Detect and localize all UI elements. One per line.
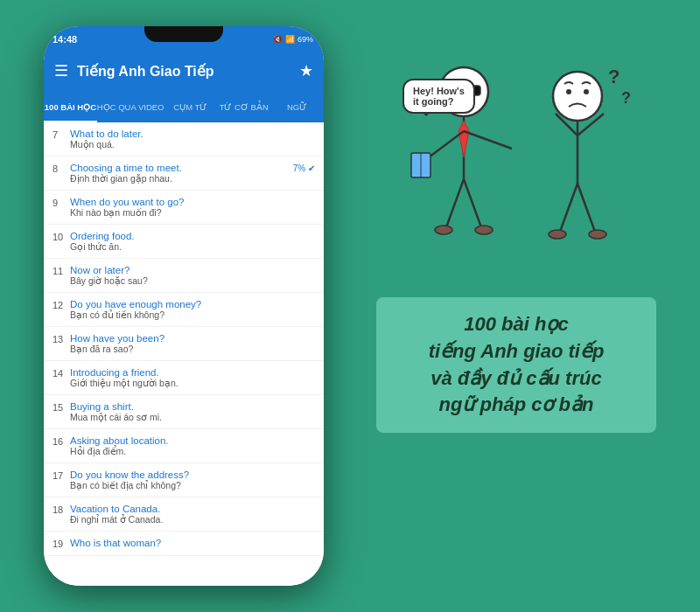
lesson-content: Introducing a friend. Giới thiệu một ngư…	[70, 367, 315, 388]
list-item[interactable]: 18 Vacation to Canada. Đi nghỉ mát ở Can…	[44, 497, 324, 532]
lesson-title: Asking about location.	[70, 435, 315, 446]
svg-line-20	[560, 184, 578, 232]
lesson-subtitle: Bây giờ hoặc sau?	[70, 275, 315, 286]
list-item[interactable]: 15 Buying a shirt. Mua một cái áo sơ mi.	[44, 395, 324, 429]
list-item[interactable]: 12 Do you have enough money? Bạn có đủ t…	[44, 293, 324, 327]
lesson-num: 11	[52, 265, 70, 276]
list-item[interactable]: 19 Who is that woman?	[44, 532, 324, 556]
app-bar: ☰ Tiếng Anh Giao Tiếp ★	[44, 51, 324, 91]
lesson-num: 17	[52, 469, 70, 481]
lesson-content: Now or later? Bây giờ hoặc sau?	[70, 265, 315, 286]
hamburger-icon[interactable]: ☰	[54, 61, 68, 80]
svg-point-14	[553, 72, 602, 121]
illustration-image: Hey! How's it going?	[376, 26, 656, 289]
caption-line4: ngữ pháp cơ bản	[439, 393, 594, 415]
speech-bubble: Hey! How's it going?	[402, 79, 475, 114]
lesson-num: 18	[52, 504, 70, 515]
list-item[interactable]: 13 How have you been? Bạn đã ra sao?	[44, 327, 324, 361]
lesson-content: Vacation to Canada. Đi nghỉ mát ở Canada…	[70, 504, 315, 525]
svg-point-16	[584, 89, 589, 94]
lesson-subtitle: Gọi thức ăn.	[70, 241, 315, 252]
list-item[interactable]: 10 Ordering food. Gọi thức ăn.	[44, 225, 324, 259]
phone: 14:48 🔇 📶 69% ☰ Tiếng Anh Giao Tiếp ★ 10…	[44, 26, 324, 586]
svg-point-15	[566, 89, 571, 94]
svg-point-23	[589, 230, 606, 239]
lesson-num: 10	[52, 231, 70, 242]
lesson-num: 12	[52, 299, 70, 310]
tab-ngu[interactable]: NGỮ	[270, 91, 324, 122]
lesson-content: What to do later. Muộn quá.	[70, 129, 315, 150]
list-item[interactable]: 8 Choosing a time to meet. Định thời gia…	[44, 156, 324, 191]
lesson-subtitle: Giới thiệu một người bạn.	[70, 378, 315, 388]
list-item[interactable]: 14 Introducing a friend. Giới thiệu một …	[44, 361, 324, 395]
lesson-subtitle: Bạn có biết địa chỉ không?	[70, 480, 315, 490]
lesson-title: Do you have enough money?	[70, 299, 315, 309]
lesson-num: 16	[52, 435, 70, 447]
tab-100-bai-hoc[interactable]: 100 BÀI HỌC	[44, 91, 97, 122]
list-item[interactable]: 16 Asking about location. Hỏi địa điểm.	[44, 429, 324, 463]
list-item[interactable]: 17 Do you know the address? Bạn có biết …	[44, 463, 324, 497]
lesson-title: When do you want to go?	[70, 197, 315, 207]
lesson-content: How have you been? Bạn đã ra sao?	[70, 333, 315, 354]
app-bar-title: Tiếng Anh Giao Tiếp	[77, 63, 290, 80]
illustration-panel: Hey! How's it going?	[359, 26, 674, 586]
battery-icon: 69%	[298, 35, 313, 44]
lesson-title: Buying a shirt.	[70, 401, 315, 412]
svg-marker-5	[458, 121, 469, 157]
lesson-subtitle: Bạn đã ra sao?	[70, 344, 315, 354]
lesson-num: 19	[52, 538, 70, 549]
svg-line-6	[429, 131, 464, 157]
lesson-title: What to do later.	[70, 129, 315, 139]
svg-text:?: ?	[621, 89, 631, 107]
svg-line-7	[464, 131, 512, 149]
lesson-num: 13	[52, 333, 70, 344]
scene: 14:48 🔇 📶 69% ☰ Tiếng Anh Giao Tiếp ★ 10…	[0, 0, 700, 612]
lesson-content: Asking about location. Hỏi địa điểm.	[70, 435, 315, 456]
svg-point-22	[549, 230, 566, 239]
lesson-subtitle: Khi nào bạn muốn đi?	[70, 207, 315, 218]
lesson-subtitle: Mua một cái áo sơ mi.	[70, 412, 315, 422]
lesson-subtitle: Định thời gian gặp nhau.	[70, 173, 293, 184]
svg-text:?: ?	[608, 66, 620, 87]
lesson-title: Ordering food.	[70, 231, 315, 241]
stick-figures-svg: ? ?	[385, 44, 648, 271]
status-time: 14:48	[52, 34, 77, 45]
lesson-title: How have you been?	[70, 333, 315, 344]
svg-line-10	[446, 179, 464, 227]
list-item[interactable]: 11 Now or later? Bây giờ hoặc sau?	[44, 259, 324, 293]
list-item[interactable]: 7 What to do later. Muộn quá.	[44, 122, 324, 156]
star-icon[interactable]: ★	[299, 61, 313, 80]
wifi-icon: 📶	[285, 35, 295, 44]
svg-line-11	[464, 179, 481, 227]
lesson-progress: 7% ✔	[293, 163, 315, 173]
lesson-num: 8	[52, 163, 70, 174]
lesson-title: Do you know the address?	[70, 469, 315, 480]
lesson-content: When do you want to go? Khi nào bạn muốn…	[70, 197, 315, 218]
signal-icon: 🔇	[273, 35, 283, 44]
caption-line3: và đầy đủ cấu trúc	[430, 367, 601, 389]
lesson-title: Who is that woman?	[70, 538, 315, 548]
lesson-content: Choosing a time to meet. Định thời gian …	[70, 163, 293, 184]
list-item[interactable]: 9 When do you want to go? Khi nào bạn mu…	[44, 191, 324, 225]
status-icons: 🔇 📶 69%	[273, 35, 313, 44]
phone-screen: 14:48 🔇 📶 69% ☰ Tiếng Anh Giao Tiếp ★ 10…	[44, 26, 324, 586]
lesson-list: 7 What to do later. Muộn quá. 8 Choosing…	[44, 122, 324, 586]
lesson-content: Who is that woman?	[70, 538, 315, 548]
caption-line1: 100 bài học	[464, 313, 568, 335]
lesson-subtitle: Bạn có đủ tiền không?	[70, 309, 315, 320]
lesson-subtitle: Muộn quá.	[70, 139, 315, 150]
lesson-subtitle: Đi nghỉ mát ở Canada.	[70, 514, 315, 525]
lesson-content: Ordering food. Gọi thức ăn.	[70, 231, 315, 252]
lesson-title: Introducing a friend.	[70, 367, 315, 378]
lesson-title: Choosing a time to meet.	[70, 163, 293, 173]
lesson-num: 14	[52, 367, 70, 379]
tab-hoc-qua-video[interactable]: HỌC QUA VIDEO	[97, 91, 164, 122]
svg-point-13	[475, 226, 493, 234]
lesson-content: Do you know the address? Bạn có biết địa…	[70, 469, 315, 490]
caption-box: 100 bài học tiếng Anh giao tiếp và đầy đ…	[376, 297, 656, 433]
tab-cum-tu[interactable]: CỤM TỪ	[164, 91, 217, 122]
svg-point-12	[435, 226, 452, 234]
notch	[144, 26, 223, 42]
tab-tu-co-ban[interactable]: TỪ CƠ BẢN	[217, 91, 270, 122]
tab-bar: 100 BÀI HỌC HỌC QUA VIDEO CỤM TỪ TỪ CƠ B…	[44, 91, 324, 122]
